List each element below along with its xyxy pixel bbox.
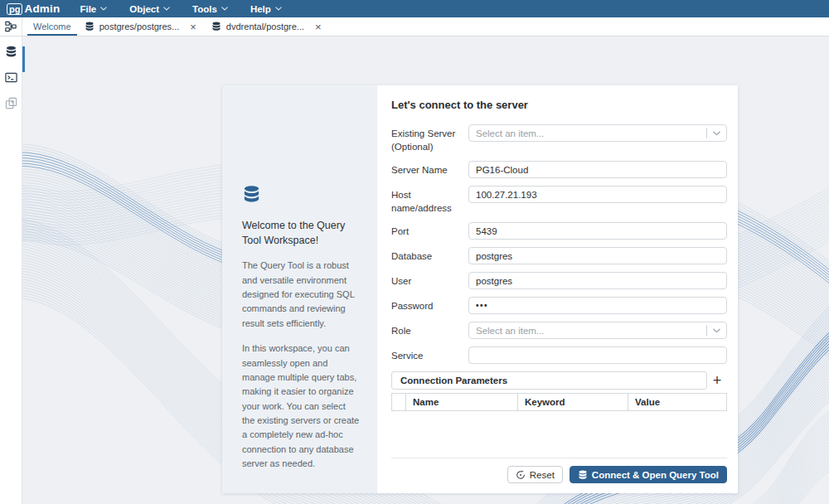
parameters-column-name: Name xyxy=(406,394,518,410)
connection-parameters-title: Connection Parameters xyxy=(391,371,707,390)
host-input[interactable] xyxy=(468,186,727,203)
database-icon xyxy=(85,22,95,32)
user-label: User xyxy=(391,272,468,289)
schema-diff-workspace-icon[interactable] xyxy=(5,97,17,109)
menu-help-label: Help xyxy=(250,4,271,14)
role-label: Role xyxy=(391,322,468,339)
welcome-paragraph-1: The Query Tool is a robust and versatile… xyxy=(242,259,360,331)
object-explorer-button[interactable] xyxy=(0,17,22,36)
menu-file[interactable]: File xyxy=(80,4,107,14)
connect-button-label: Connect & Open Query Tool xyxy=(592,470,719,480)
welcome-paragraph-2: In this workspace, you can seamlessly op… xyxy=(242,342,360,471)
welcome-heading: Welcome to the Query Tool Workspace! xyxy=(242,218,360,248)
pgadmin-logo-admin: Admin xyxy=(24,2,60,15)
port-input[interactable] xyxy=(468,222,727,240)
activity-sidebar xyxy=(0,36,22,504)
menu-bar: File Object Tools Help xyxy=(80,4,281,14)
reset-button[interactable]: Reset xyxy=(507,466,563,483)
parameters-column-value: Value xyxy=(628,394,726,410)
chevron-down-icon xyxy=(100,7,107,11)
add-parameter-button[interactable]: + xyxy=(707,373,727,388)
parameters-column-keyword: Keyword xyxy=(518,394,628,410)
password-row: Password xyxy=(391,297,727,314)
app-body: Welcome to the Query Tool Workspace! The… xyxy=(0,36,829,504)
connect-open-query-tool-button[interactable]: Connect & Open Query Tool xyxy=(570,466,727,483)
role-select[interactable]: Select an item... xyxy=(468,322,727,339)
role-placeholder: Select an item... xyxy=(476,326,706,336)
pgadmin-logo-pg: pg xyxy=(7,3,22,15)
database-input[interactable] xyxy=(468,247,727,264)
server-name-label: Server Name xyxy=(391,161,468,178)
query-tool-logo-icon xyxy=(242,185,261,204)
connection-card: Welcome to the Query Tool Workspace! The… xyxy=(222,85,738,493)
form-title: Let's connect to the server xyxy=(391,99,727,111)
menu-object[interactable]: Object xyxy=(129,4,170,14)
chevron-down-icon xyxy=(163,7,170,11)
service-row: Service xyxy=(391,346,727,364)
server-name-row: Server Name xyxy=(391,161,727,178)
menu-tools-label: Tools xyxy=(192,4,217,14)
existing-server-row: Existing Server (Optional) Select an ite… xyxy=(391,124,727,153)
password-label: Password xyxy=(391,297,468,314)
server-name-input[interactable] xyxy=(468,161,727,178)
database-icon xyxy=(578,470,588,480)
existing-server-label: Existing Server (Optional) xyxy=(391,124,468,153)
database-row: Database xyxy=(391,247,727,264)
tab-postgres-label: postgres/postgres... xyxy=(99,22,180,32)
chevron-down-icon xyxy=(275,7,282,11)
menu-help[interactable]: Help xyxy=(250,4,282,14)
tab-dvdrental[interactable]: dvdrental/postgre... × xyxy=(204,17,329,36)
select-divider xyxy=(706,128,707,138)
object-explorer-icon xyxy=(5,21,17,32)
close-icon[interactable]: × xyxy=(315,22,322,32)
role-row: Role Select an item... xyxy=(391,322,727,339)
tab-postgres[interactable]: postgres/postgres... × xyxy=(77,17,204,36)
psql-workspace-icon[interactable] xyxy=(5,71,17,84)
host-row: Host name/address xyxy=(391,186,727,215)
form-footer: Reset Connect & Open Query Tool xyxy=(391,458,727,483)
user-row: User xyxy=(391,272,727,289)
host-label: Host name/address xyxy=(391,186,468,215)
menu-file-label: File xyxy=(80,4,96,14)
service-label: Service xyxy=(391,346,468,364)
user-input[interactable] xyxy=(468,272,727,289)
chevron-down-icon xyxy=(221,7,228,11)
workspace: Welcome to the Query Tool Workspace! The… xyxy=(22,36,829,504)
query-tool-workspace-icon[interactable] xyxy=(5,46,17,58)
tab-welcome[interactable]: Welcome xyxy=(27,17,77,36)
app-header: pg Admin File Object Tools Help xyxy=(0,0,829,17)
chevron-down-icon xyxy=(713,328,720,333)
port-row: Port xyxy=(391,222,727,240)
menu-tools[interactable]: Tools xyxy=(192,4,228,14)
reset-button-label: Reset xyxy=(530,470,555,480)
database-icon xyxy=(211,22,221,32)
tab-welcome-label: Welcome xyxy=(33,22,71,32)
welcome-panel: Welcome to the Query Tool Workspace! The… xyxy=(222,85,377,493)
existing-server-select[interactable]: Select an item... xyxy=(468,124,727,142)
chevron-down-icon xyxy=(713,131,720,136)
reset-icon xyxy=(516,470,526,480)
parameters-column-spacer xyxy=(392,394,406,410)
password-input[interactable] xyxy=(468,297,727,314)
form-spacer xyxy=(391,411,727,458)
existing-server-placeholder: Select an item... xyxy=(476,128,706,138)
service-input[interactable] xyxy=(468,346,727,364)
connection-form: Let's connect to the server Existing Ser… xyxy=(377,85,738,493)
select-divider xyxy=(706,325,707,336)
connection-parameters-section: Connection Parameters + Name Keyword Val… xyxy=(391,371,727,411)
close-icon[interactable]: × xyxy=(190,22,196,32)
tab-dvdrental-label: dvdrental/postgre... xyxy=(226,22,304,32)
menu-object-label: Object xyxy=(129,4,159,14)
pgadmin-logo: pg Admin xyxy=(7,2,60,15)
port-label: Port xyxy=(391,222,468,240)
connection-parameters-table: Name Keyword Value xyxy=(391,393,727,411)
tab-bar: Welcome postgres/postgres... × dvdrental… xyxy=(0,17,829,36)
active-workspace-indicator xyxy=(22,46,25,72)
database-label: Database xyxy=(391,247,468,264)
